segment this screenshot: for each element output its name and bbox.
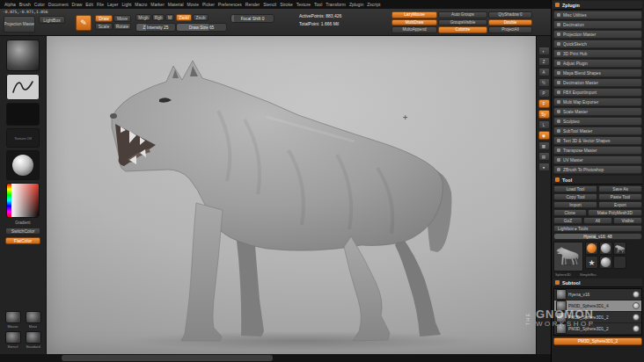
menu-item[interactable]: Document	[48, 2, 69, 7]
stroke-thumbnail[interactable]	[6, 74, 40, 100]
tool-mini-button[interactable]: All	[583, 217, 612, 224]
subtool-section-header[interactable]: Subtool	[553, 279, 642, 287]
right-shelf-button[interactable]: P	[538, 89, 550, 98]
menu-item[interactable]: Stencil	[263, 2, 276, 7]
draw-size-slider[interactable]: Draw Size 65	[176, 23, 227, 32]
right-shelf-button[interactable]: Sy	[538, 110, 550, 119]
zplugin-menu-item[interactable]: 3D Print Hub	[553, 49, 642, 58]
zplugin-menu-item[interactable]: Transpose Master	[553, 146, 642, 155]
zadd-button[interactable]: Zadd	[176, 14, 192, 21]
zplugin-menu-item[interactable]: Projection Master	[553, 30, 642, 39]
zplugin-menu-item[interactable]: Misc Utilities	[553, 11, 642, 19]
subtool-row[interactable]: PM3D_Sphere3D1_4	[554, 300, 641, 312]
toolbar-toggle-button[interactable]: GroupsVisible	[438, 19, 487, 26]
visibility-eye-icon[interactable]	[633, 314, 640, 321]
gradient-toggle[interactable]: Gradient	[15, 221, 30, 225]
horizontal-scrollbar[interactable]	[0, 354, 551, 362]
zsub-button[interactable]: Zsub	[193, 14, 209, 21]
zplugin-menu-item[interactable]: Scale Master	[553, 107, 642, 116]
right-shelf-button[interactable]: ▤	[538, 152, 550, 161]
save-as-button[interactable]: Save As	[598, 185, 642, 192]
menu-item[interactable]: Alpha	[4, 2, 16, 7]
alpha-thumbnail[interactable]	[6, 103, 40, 126]
polymesh3d-tool-thumbnail[interactable]: ★	[585, 256, 598, 269]
color-picker[interactable]	[6, 183, 40, 218]
material-thumbnail[interactable]	[6, 150, 40, 180]
active-tool-slider[interactable]: Hyena_v16: 48	[553, 233, 642, 240]
menu-item[interactable]: Zscript	[367, 2, 380, 7]
simplebrush-tool-thumbnail[interactable]	[599, 242, 612, 255]
toolbar-toggle-button[interactable]: Auto Groups	[438, 11, 487, 18]
selected-subtool-button[interactable]: PM3D_Sphere3D1_2	[553, 337, 642, 345]
zplugin-menu-item[interactable]: UV Master	[553, 156, 642, 164]
menu-item[interactable]: Preferences	[218, 2, 242, 7]
right-shelf-button[interactable]: A	[538, 68, 550, 76]
toolbar-toggle-button[interactable]: QlyShadow 0	[488, 11, 532, 18]
mrgb-button[interactable]: Mrgb	[135, 14, 151, 21]
menu-item[interactable]: Layer	[107, 2, 119, 7]
zplugin-menu-item[interactable]: Sculpteo	[553, 117, 642, 126]
right-shelf-button[interactable]: F	[538, 99, 550, 108]
menu-item[interactable]: Edit	[85, 2, 93, 7]
menu-item[interactable]: Macro	[135, 2, 147, 7]
lightbox-button[interactable]: LightBox	[39, 16, 65, 24]
make-polymesh3d-button[interactable]: Make PolyMesh3D	[588, 209, 642, 216]
zplugin-menu-item[interactable]: Maya Blend Shapes	[553, 69, 642, 77]
projection-master-button[interactable]: Projection Master	[4, 16, 35, 33]
menu-item[interactable]: Brush	[19, 2, 31, 7]
copy-tool-button[interactable]: Copy Tool	[553, 193, 597, 200]
toolbar-toggle-button[interactable]: MultoAppend	[392, 26, 437, 33]
toolbar-toggle-button[interactable]: Colorize	[438, 26, 487, 33]
right-shelf-button[interactable]: ◉	[538, 131, 550, 140]
hyena-tool-thumbnail[interactable]	[613, 242, 626, 255]
right-shelf-button[interactable]: ◐	[538, 47, 550, 55]
transform-mode-button[interactable]: Scale	[95, 23, 113, 30]
toolbar-toggle-button[interactable]: MultiDraw	[392, 19, 437, 26]
transform-mode-button[interactable]: Move	[113, 15, 131, 22]
sphere3d-tool-thumbnail[interactable]	[585, 242, 598, 255]
edit-mode-button[interactable]: ✎	[76, 15, 91, 31]
menu-item[interactable]: Transform	[326, 2, 346, 7]
transform-mode-button[interactable]: Draw	[95, 15, 113, 22]
toolbar-toggle-button[interactable]: ProjectAll	[488, 26, 532, 33]
toolbar-toggle-button[interactable]: Double	[488, 19, 532, 26]
m-button[interactable]: M	[165, 14, 174, 21]
menu-item[interactable]: Stroke	[280, 2, 292, 7]
clone-button[interactable]: Clone	[553, 209, 587, 216]
quick-tool-button[interactable]: Move	[25, 311, 42, 329]
toolbar-toggle-button[interactable]: LazyMouse	[392, 11, 437, 18]
hyena-model[interactable]	[47, 36, 536, 353]
quick-tool-button[interactable]: Standard	[25, 331, 42, 349]
zplugin-menu-item[interactable]: FBX ExportImport	[553, 88, 642, 97]
subtool-row[interactable]: PM3D_Sphere3D1_2	[554, 323, 641, 335]
right-shelf-button[interactable]: ●	[538, 163, 550, 171]
tool-mini-button[interactable]: GoZ	[553, 217, 582, 224]
menu-item[interactable]: Color	[34, 2, 45, 7]
right-shelf-button[interactable]: L	[538, 120, 550, 129]
zplugin-menu-item[interactable]: ZBrush To Photoshop	[553, 165, 642, 174]
load-tool-button[interactable]: Load Tool	[553, 185, 597, 192]
paste-tool-button[interactable]: Paste Tool	[598, 193, 642, 200]
visibility-eye-icon[interactable]	[633, 325, 640, 332]
menu-item[interactable]: Draw	[72, 2, 83, 7]
z-intensity-slider[interactable]: Z Intensity 25	[135, 23, 176, 32]
sphere-tool-thumbnail[interactable]	[599, 256, 612, 269]
zplugin-menu-item[interactable]: SubTool Master	[553, 127, 642, 135]
flat-color-button[interactable]: FlatColor	[5, 237, 40, 244]
menu-item[interactable]: Tool	[314, 2, 322, 7]
menu-item[interactable]: File	[97, 2, 104, 7]
right-shelf-button[interactable]: Z	[538, 57, 550, 66]
export-button[interactable]: Export	[598, 201, 642, 208]
menu-item[interactable]: Movie	[187, 2, 199, 7]
zplugin-palette-header[interactable]: Zplugin	[553, 1, 642, 10]
lightbox-tools-button[interactable]: Lightbox ▸ Tools	[553, 225, 642, 232]
right-shelf-button[interactable]: ½	[538, 78, 550, 87]
scrollbar-thumb[interactable]	[62, 355, 273, 361]
visibility-eye-icon[interactable]	[633, 291, 640, 298]
menu-item[interactable]: Light	[121, 2, 131, 7]
quick-tool-button[interactable]: Mouse	[4, 311, 22, 329]
menu-item[interactable]: Zplugin	[349, 2, 363, 7]
active-tool-thumbnail[interactable]	[553, 242, 583, 272]
brush-thumbnail[interactable]	[6, 40, 40, 71]
subtool-row[interactable]: PM3D_Sphere3D1_2	[554, 312, 641, 323]
